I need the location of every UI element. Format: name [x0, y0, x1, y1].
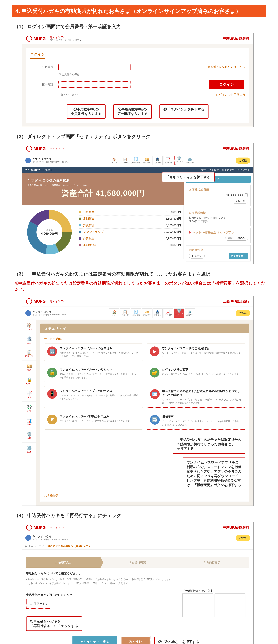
callout-3: ③「ログイン」を押下する: [159, 104, 209, 119]
srv-reissue[interactable]: ✉️申込受付ハガキの紛失または設定番号の有効期限が切れてしまったお客さまワンタイ…: [147, 386, 245, 408]
reissue-checkbox-wrap: ☐ 再発行する: [26, 599, 51, 609]
step3-label: （3） 「申込受付ハガキの紛失または設定番号の有効期限が切れてしまったお客さま」…: [14, 271, 267, 277]
nav-proc[interactable]: ⚙️各種手続: [185, 156, 195, 165]
login-help-link[interactable]: ログインでお困りの方: [216, 93, 245, 96]
srv-cancel[interactable]: ✖ワンタイムパスワード解約のお申込みワンタイムパスワードカードまたはアプリの解約…: [44, 412, 143, 430]
screenshot-login: MUFG Quality for You確かなクオリティを、明日へ、世界へ。 三…: [22, 33, 254, 127]
card-assets: お客様の総資産 10,000,000円 資産管理: [186, 185, 251, 206]
btn-next[interactable]: 次へ進む: [121, 637, 150, 644]
nav-invest[interactable]: 📈投資信託: [163, 156, 173, 165]
brand-tagline2: 確かなクオリティを、明日へ、世界へ。: [50, 39, 82, 41]
callout-device: ワンタイムパスワードアプリをご 利用の方で、スマートフォンを機種 変更された方や…: [183, 458, 245, 490]
donut-chart: 総資産4,060,000円: [26, 209, 73, 255]
callout-2: ②半角英数字6桁の 第一暗証を入力する: [113, 104, 152, 119]
srv-app-apply[interactable]: 📱ワンタイムパスワードアプリのお申込みスマートフォンアプリでワンタイムパスワード…: [44, 386, 143, 408]
reissue-note: ●申込受付ハガキが届いていない場合、配達状況確認など郵便局にてお手続きをおこなっ…: [26, 578, 249, 585]
card-deposit: 円定期預金 口座開設 2,000,000円: [186, 245, 251, 262]
reissue-block1-title: 申込受付ハガキについてご確認ください。: [26, 572, 249, 575]
step3-note: ※申込受付ハガキの紛失または設定番号の有効期限が切れてしまったお客さま」のボタン…: [14, 280, 267, 292]
hero-amount: 資産合計 41,580,000円: [27, 188, 179, 198]
reissue-checkbox[interactable]: ☐ 再発行する: [28, 600, 49, 607]
callout-next: ②「次へ進む」を押下する: [154, 637, 203, 644]
nav-security[interactable]: 🛡️セキュリティ: [174, 156, 184, 165]
srv-card-apply[interactable]: 🔢ワンタイムパスワードカードのお申込みお客さまにワンタイムパスワードカードを発送…: [44, 344, 143, 361]
btn-back-security[interactable]: セキュリティに戻る: [72, 636, 117, 644]
nav-deposit[interactable]: 🏦定期預金: [153, 156, 163, 165]
mufg-circle-icon: [26, 36, 32, 42]
login-tab[interactable]: ログイン: [30, 52, 45, 58]
mufg-logo: MUFG Quality for You確かなクオリティを、明日へ、世界へ。: [26, 36, 82, 42]
brand-tagline: Quality for You: [50, 36, 65, 38]
callout-1: ①半角数字8桁の 会員番号を入力する: [67, 104, 106, 119]
step4-label: （4） 申込受付ハガキを「再発行する」にチェック: [14, 512, 267, 519]
service-heading: サービス内容: [44, 337, 245, 341]
callout-reissue: 「申込受付ハガキの紛失または設定番号の 有効期限が切れてしまったお客さま」 を押…: [173, 435, 245, 454]
sample-card-back: [215, 594, 246, 617]
hero-panel: ヤマダ タロウ様の資産状況 資産残高の総額について 残高照会（その他サービス）は…: [22, 173, 184, 205]
bank-name: 三菱UFJ信託銀行: [223, 36, 249, 41]
screenshot-security: MUFGQuality for You三菱UFJ信託銀行 ヤマダ タロウ様前回ロ…: [22, 296, 254, 506]
legend: 普通預金9,850,808円 定期預金6,808,808円 投資信託3,800,…: [76, 205, 184, 259]
callout-security: 「セキュリティ」を押下する: [162, 172, 215, 182]
member-no-input[interactable]: [58, 64, 130, 70]
open-acct-btn[interactable]: 口座開設: [189, 254, 205, 258]
srv-reset[interactable]: 🔓ワンタイムパスワードカードのリセット何らかの原因によりワンタイムパスワードカー…: [44, 365, 143, 382]
pin1-label: 第一暗証: [30, 82, 53, 86]
nav-history[interactable]: 🧾入出金明細: [131, 156, 141, 165]
netplan-btn[interactable]: 詳細・お申込み: [225, 236, 248, 240]
user-chip: ヤマダ タロウ様前回ログイン日時 2016/11/25 13:50:14: [25, 158, 68, 164]
step2-label: （2） ダイレクトトップ画面「セキュリティ」ボタンをクリック: [14, 134, 267, 140]
customer-info-link[interactable]: お客様情報: [44, 494, 245, 498]
login-button[interactable]: ログイン: [209, 80, 245, 89]
srv-login-change[interactable]: 🔐ログイン方法の変更ログイン時にワンタイムパスワードを利用する／しないの変更をお…: [147, 365, 245, 382]
sample-title: 【申込受付ハガキ サンプル】: [182, 589, 249, 592]
step1-label: （1） ログイン画面にて会員番号・第一暗証を入力: [14, 24, 267, 30]
nav-accounts[interactable]: 📋口座一覧: [120, 156, 130, 165]
sample-card-front: [182, 594, 213, 617]
save-id-checkbox[interactable]: ☐ 会員番号を保存: [58, 73, 79, 76]
date-label: 2017年 3月20日 月曜日: [25, 168, 52, 172]
screenshot-reissue-input: MUFGQuality for You三菱UFJ信託銀行 ヤマダ タロウ様前回ロ…: [22, 522, 254, 644]
srv-device-change[interactable]: 🔄機種変更ワンタイムパスワードアプリをご利用中のスマートフォンを機種変更する場合…: [147, 412, 245, 430]
nav-top[interactable]: 🏠トップ: [109, 156, 119, 165]
breadcrumb: ▶ セキュリティ › 申込受付ハガキ再発行（再発行入力）: [22, 543, 253, 550]
callout-check: ①申込受付ハガキを 「再発行する」にチェックする: [26, 616, 82, 631]
card-netplan: ▶ ネットde貯蓄生活 ネットプラン 詳細・お申込み: [186, 228, 251, 243]
card-accounts: 口座開設状況 投資信託口座開設中 詳細を見る NISA口座 未開設: [186, 208, 251, 226]
deposit-amt-btn[interactable]: 2,000,000円: [229, 253, 248, 259]
security-title: セキュリティ: [40, 324, 249, 333]
side-nav: 🏠トップ 🏦定期 📋口座一覧 💴振込 🔒セーフ 📈投信 💱外貨 📊F/W 🛡️保…: [22, 320, 36, 506]
help-button[interactable]: ご相談: [236, 158, 250, 164]
icon-row: 🏠トップ 📋口座一覧 🧾入出金明細 💴振込/振替 🏦定期預金 📈投資信託 🛡️セ…: [109, 156, 195, 165]
avatar: [25, 158, 31, 163]
pin1-input[interactable]: [58, 81, 130, 88]
screenshot-top: MUFGQuality for You 三菱UFJ信託銀行 ヤマダ タロウ様前回…: [22, 143, 254, 264]
nav-transfer[interactable]: 💴振込/振替: [142, 156, 152, 165]
forgot-link[interactable]: 管理番号を忘れた方はこちら: [208, 65, 245, 69]
section-title: 4. 申込受付ハガキの有効期限が切れたお客さま（オンラインサインアップ済みのお客…: [11, 5, 267, 17]
member-no-label: 会員番号: [30, 65, 53, 69]
brand-text: MUFG: [33, 36, 46, 41]
asset-mgmt-btn[interactable]: 資産管理: [232, 198, 248, 204]
stepper: 1 再発行入力 2 再発行確認 3 再発行完了: [26, 557, 249, 568]
reissue-q: 申込受付ハガキを再発行しますか？: [26, 593, 175, 597]
srv-start[interactable]: ▶ワンタイムパスワードのご利用開始ワンタイムパスワードカードまたはアプリのご利用…: [147, 344, 245, 361]
